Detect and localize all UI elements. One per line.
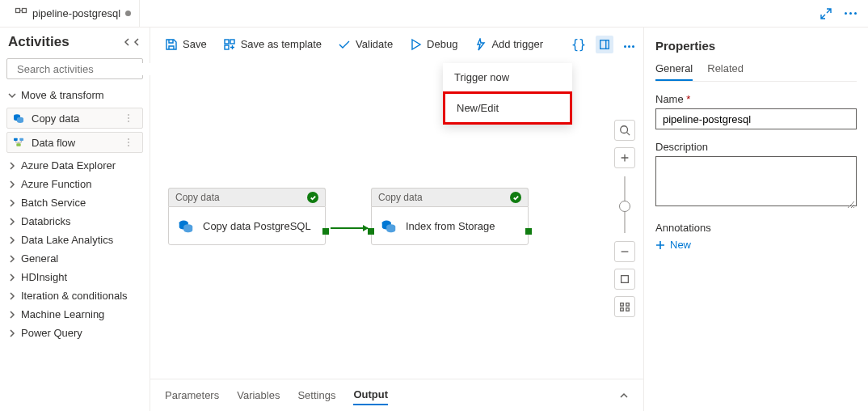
category-power-query[interactable]: Power Query <box>0 324 150 342</box>
category-azure-function[interactable]: Azure Function <box>0 175 150 193</box>
copy-data-icon <box>380 217 398 235</box>
category-databricks[interactable]: Databricks <box>0 212 150 231</box>
zoom-out-button[interactable] <box>614 241 635 262</box>
save-template-button[interactable]: Save as template <box>217 33 328 56</box>
layout-button[interactable] <box>614 296 635 317</box>
new-edit-trigger-item[interactable]: New/Edit <box>443 91 572 125</box>
data-flow-icon <box>12 136 25 149</box>
pipeline-canvas[interactable]: Copy data Copy data PostgreSQL Copy data… <box>150 61 643 411</box>
check-icon <box>338 38 351 51</box>
activity-data-flow[interactable]: Data flow <box>6 132 143 153</box>
svg-rect-9 <box>230 40 234 44</box>
svg-rect-5 <box>14 138 18 141</box>
trigger-dropdown: Trigger now New/Edit <box>443 63 572 125</box>
status-success-icon <box>307 192 318 203</box>
activities-sidebar: Activities Move & transform Copy data <box>0 28 150 411</box>
activity-copy-data[interactable]: Copy data <box>6 108 143 129</box>
svg-rect-6 <box>19 138 23 141</box>
zoom-controls <box>613 120 637 317</box>
category-move-transform[interactable]: Move & transform <box>0 86 150 104</box>
plus-icon <box>619 152 630 163</box>
properties-tab-related[interactable]: Related <box>707 62 744 81</box>
svg-rect-11 <box>600 40 609 49</box>
validate-button[interactable]: Validate <box>331 33 399 56</box>
description-label: Description <box>655 141 857 153</box>
copy-data-icon <box>12 112 25 125</box>
input-port[interactable] <box>368 228 374 235</box>
activities-search[interactable] <box>6 58 143 79</box>
template-icon <box>223 38 236 51</box>
category-data-lake-analytics[interactable]: Data Lake Analytics <box>0 231 150 249</box>
collapse-panel-icon[interactable] <box>619 391 629 400</box>
tab-variables[interactable]: Variables <box>237 386 280 405</box>
save-icon <box>165 38 178 51</box>
search-icon <box>619 125 630 136</box>
properties-panel: Properties General Related Name * Descri… <box>643 28 868 411</box>
tab-title: pipeline-postgresql <box>32 7 120 19</box>
pipeline-tab[interactable]: pipeline-postgresql <box>6 0 140 27</box>
name-label: Name * <box>655 93 857 105</box>
category-hdinsight[interactable]: HDInsight <box>0 268 150 286</box>
plus-icon <box>655 240 665 250</box>
resize-handle-icon[interactable] <box>847 199 855 207</box>
more-actions-icon[interactable] <box>844 7 857 20</box>
add-trigger-button[interactable]: Add trigger <box>467 33 550 56</box>
zoom-in-button[interactable] <box>614 147 635 168</box>
tab-parameters[interactable]: Parameters <box>165 386 219 405</box>
zoom-handle[interactable] <box>619 201 630 212</box>
activities-title: Activities <box>8 34 119 50</box>
tab-strip: pipeline-postgresql <box>0 0 868 28</box>
svg-rect-17 <box>622 276 629 283</box>
svg-rect-18 <box>621 303 624 307</box>
properties-toggle-button[interactable] <box>596 36 613 53</box>
pipeline-toolbar: Save Save as template Validate Debug Add… <box>150 28 643 61</box>
trigger-icon <box>474 38 487 51</box>
node-index-from-storage[interactable]: Copy data Index from Storage <box>371 188 529 245</box>
layout-icon <box>619 301 630 312</box>
category-general[interactable]: General <box>0 249 150 268</box>
status-success-icon <box>510 192 521 203</box>
minus-icon <box>619 246 630 257</box>
search-input[interactable] <box>17 63 153 75</box>
add-annotation-button[interactable]: New <box>655 239 857 251</box>
svg-rect-10 <box>225 45 229 49</box>
drag-grip-icon <box>128 112 137 124</box>
description-input[interactable] <box>655 156 857 206</box>
toolbar-more-icon[interactable] <box>623 38 635 50</box>
debug-button[interactable]: Debug <box>402 33 464 56</box>
tab-settings[interactable]: Settings <box>297 386 335 405</box>
drag-grip-icon <box>128 137 137 148</box>
svg-rect-8 <box>225 40 229 44</box>
svg-rect-0 <box>16 8 20 12</box>
svg-rect-21 <box>626 308 630 311</box>
category-azure-data-explorer[interactable]: Azure Data Explorer <box>0 156 150 175</box>
output-port[interactable] <box>525 228 532 235</box>
name-input[interactable] <box>655 108 857 129</box>
collapse-sidebar-icon[interactable] <box>124 38 141 46</box>
copy-data-icon <box>177 217 195 235</box>
svg-rect-20 <box>621 308 624 311</box>
tab-output[interactable]: Output <box>353 385 388 405</box>
code-view-button[interactable]: {} <box>571 37 586 52</box>
svg-rect-7 <box>16 143 20 146</box>
zoom-fit-button[interactable] <box>614 120 635 141</box>
bottom-panel-tabs: Parameters Variables Settings Output <box>150 379 643 411</box>
fullscreen-icon <box>619 273 630 285</box>
category-batch-service[interactable]: Batch Service <box>0 193 150 212</box>
zoom-slider[interactable] <box>624 176 626 233</box>
category-machine-learning[interactable]: Machine Learning <box>0 305 150 324</box>
save-button[interactable]: Save <box>158 33 213 56</box>
unsaved-dot-icon <box>125 11 131 16</box>
pipeline-icon <box>15 7 27 20</box>
svg-rect-19 <box>626 303 630 307</box>
node-copy-data-postgresql[interactable]: Copy data Copy data PostgreSQL <box>168 188 326 245</box>
fullscreen-button[interactable] <box>614 269 635 290</box>
connector-arrow[interactable] <box>331 227 368 229</box>
properties-tab-general[interactable]: General <box>655 62 693 81</box>
category-iteration-conditionals[interactable]: Iteration & conditionals <box>0 286 150 305</box>
trigger-now-item[interactable]: Trigger now <box>443 63 572 91</box>
svg-point-16 <box>621 126 628 133</box>
play-icon <box>409 38 422 51</box>
expand-icon[interactable] <box>820 7 832 20</box>
output-port[interactable] <box>322 228 329 235</box>
